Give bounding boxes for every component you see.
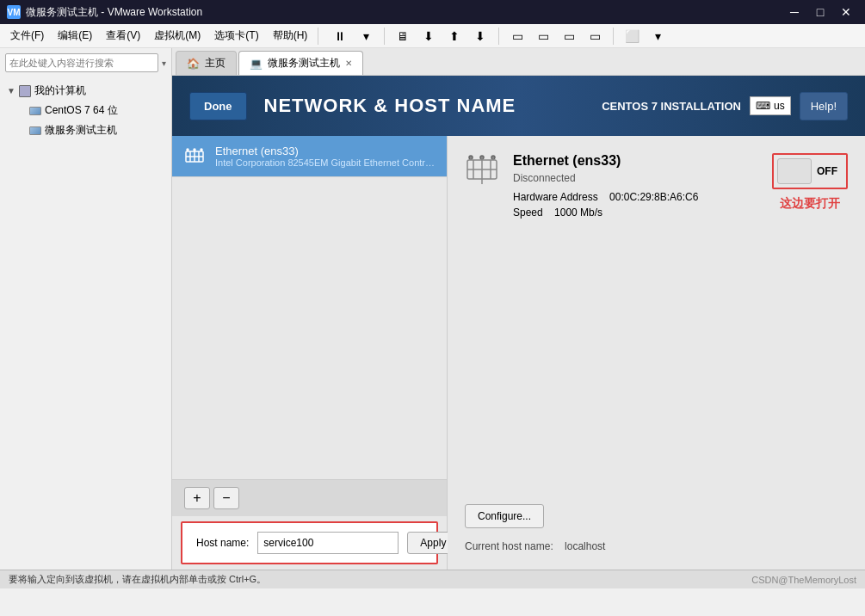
network-left-panel: Ethernet (ens33) Intel Corporation 82545… [172, 136, 448, 570]
network-header-right: CENTOS 7 INSTALLATION ⌨ us Help! [584, 83, 865, 129]
centos-label: CENTOS 7 INSTALLATION [602, 100, 741, 113]
hostname-section: Host name: Apply [181, 521, 438, 564]
toolbar-btn1[interactable]: 🖥 [392, 26, 414, 46]
toolbar-sep-4 [613, 28, 614, 45]
hostname-wrapper: Host name: Apply [172, 516, 447, 570]
menu-view[interactable]: 查看(V) [99, 25, 147, 46]
sidebar-item-centos[interactable]: CentOS 7 64 位 [0, 101, 171, 120]
micro-tab-icon: 💻 [250, 58, 263, 70]
toolbar: ⏸ ▾ 🖥 ⬇ ⬆ ⬇ ▭ ▭ ▭ ▭ ⬜ ▾ [322, 26, 676, 46]
speed-label: Speed [513, 206, 543, 219]
hostname-label: Host name: [196, 537, 249, 549]
current-hostname-value: localhost [565, 540, 605, 552]
statusbar: 要将输入定向到该虚拟机，请在虚拟机内部单击或按 Ctrl+G。 CSDN@The… [0, 570, 865, 588]
statusbar-watermark: CSDN@TheMemoryLost [751, 575, 856, 585]
minimize-button[interactable]: ─ [782, 0, 806, 24]
toolbar-btn5[interactable]: ▭ [506, 26, 528, 46]
ethernet-speed: Speed 1000 Mb/s [513, 206, 758, 219]
toolbar-btn8[interactable]: ▭ [584, 26, 606, 46]
ethernet-detail-icon [465, 153, 499, 188]
adapter-desc: Intel Corporation 82545EM Gigabit Ethern… [215, 157, 435, 168]
toolbar-btn7[interactable]: ▭ [558, 26, 580, 46]
keyboard-icon: ⌨ [756, 100, 770, 112]
toggle-area: OFF 这边要打开 [772, 153, 848, 212]
sidebar-item-label-centos: CentOS 7 64 位 [45, 103, 118, 118]
window-title: 微服务测试主机 - VMware Workstation [26, 5, 782, 20]
vm-icon-centos [29, 107, 41, 115]
toolbar-pause-btn[interactable]: ⏸ [329, 26, 351, 46]
network-header-left: Done NETWORK & HOST NAME [172, 83, 533, 129]
help-button[interactable]: Help! [800, 92, 848, 120]
done-button[interactable]: Done [189, 92, 247, 120]
network-content: Done NETWORK & HOST NAME CENTOS 7 INSTAL… [172, 76, 865, 570]
adapter-icon [184, 146, 205, 167]
hostname-input[interactable] [257, 532, 399, 554]
network-title: NETWORK & HOST NAME [264, 95, 516, 117]
maximize-button[interactable]: □ [808, 0, 832, 24]
current-hostname-row: Current host name: localhost [465, 540, 848, 552]
toolbar-sep-3 [498, 28, 499, 45]
expand-icon: ▼ [7, 86, 15, 95]
titlebar: VM 微服务测试主机 - VMware Workstation ─ □ ✕ [0, 0, 865, 24]
toolbar-sep-2 [384, 28, 385, 45]
ethernet-hw: Hardware Address 00:0C:29:8B:A6:C6 [513, 191, 758, 203]
toolbar-dropdown-btn[interactable]: ▾ [355, 26, 377, 46]
toolbar-btn4[interactable]: ⬇ [469, 26, 491, 46]
toolbar-btn6[interactable]: ▭ [532, 26, 554, 46]
detail-spacer [465, 227, 848, 496]
keyboard-lang: us [774, 100, 785, 112]
tab-home[interactable]: 🏠 主页 [176, 51, 237, 75]
bottom-bar: Configure... [465, 504, 848, 528]
adapter-item-ens33[interactable]: Ethernet (ens33) Intel Corporation 82545… [172, 136, 447, 177]
toolbar-btn3[interactable]: ⬆ [443, 26, 466, 46]
window-controls: ─ □ ✕ [782, 0, 858, 24]
menu-vm[interactable]: 虚拟机(M) [147, 25, 207, 46]
menu-file[interactable]: 文件(F) [3, 25, 51, 46]
toolbar-btn2[interactable]: ⬇ [417, 26, 440, 46]
keyboard-input[interactable]: ⌨ us [750, 96, 791, 115]
adapter-controls: + − [172, 479, 447, 516]
network-right-panel: Ethernet (ens33) Disconnected Hardware A… [448, 136, 865, 570]
ethernet-status: Disconnected [513, 172, 758, 184]
search-input[interactable] [5, 53, 158, 72]
adapter-info: Ethernet (ens33) Intel Corporation 82545… [215, 145, 435, 168]
sidebar-search-bar: ▾ [0, 48, 171, 77]
close-button[interactable]: ✕ [834, 0, 858, 24]
home-tab-icon: 🏠 [187, 58, 200, 70]
toolbar-btn9[interactable]: ⬜ [621, 26, 643, 46]
ethernet-detail-top: Ethernet (ens33) Disconnected Hardware A… [465, 153, 848, 219]
toolbar-btn10[interactable]: ▾ [646, 26, 669, 46]
remove-adapter-button[interactable]: − [213, 487, 239, 509]
ethernet-detail-info: Ethernet (ens33) Disconnected Hardware A… [513, 153, 758, 219]
menu-edit[interactable]: 编辑(E) [51, 25, 99, 46]
tab-close-icon[interactable]: ✕ [345, 59, 352, 68]
tab-home-label: 主页 [205, 56, 226, 71]
toolbar-sep-1 [318, 28, 318, 45]
app-icon: VM [7, 5, 21, 19]
computer-icon [19, 85, 31, 97]
adapter-list: Ethernet (ens33) Intel Corporation 82545… [172, 136, 447, 479]
statusbar-text: 要将输入定向到该虚拟机，请在虚拟机内部单击或按 Ctrl+G。 [9, 573, 266, 586]
speed-value: 1000 Mb/s [554, 206, 602, 219]
toggle-button[interactable] [777, 158, 812, 184]
network-header: Done NETWORK & HOST NAME CENTOS 7 INSTAL… [172, 76, 865, 136]
menu-help[interactable]: 帮助(H) [266, 25, 315, 46]
main-content-area: 🏠 主页 💻 微服务测试主机 ✕ Done NETWORK & HOST NAM… [172, 48, 865, 570]
open-hint: 这边要打开 [780, 196, 840, 212]
sidebar: ▾ ▼ 我的计算机 CentOS 7 64 位 微服务测试主机 [0, 48, 172, 570]
current-hostname-label: Current host name: [465, 540, 553, 552]
ethernet-name: Ethernet (ens33) [513, 153, 758, 169]
sidebar-item-label-micro: 微服务测试主机 [45, 123, 117, 138]
hw-label: Hardware Address [513, 191, 598, 203]
tabs-bar: 🏠 主页 💻 微服务测试主机 ✕ [172, 48, 865, 76]
menu-tabs[interactable]: 选项卡(T) [207, 25, 265, 46]
sidebar-item-mycomputer[interactable]: ▼ 我的计算机 [0, 81, 171, 101]
sidebar-item-label: 我的计算机 [34, 83, 86, 98]
add-adapter-button[interactable]: + [184, 487, 210, 509]
search-dropdown-icon[interactable]: ▾ [162, 59, 166, 68]
tab-micro-label: 微服务测试主机 [268, 56, 340, 71]
configure-button[interactable]: Configure... [465, 504, 544, 528]
sidebar-item-microservice[interactable]: 微服务测试主机 [0, 120, 171, 140]
toggle-container: OFF [772, 153, 848, 189]
tab-microservice[interactable]: 💻 微服务测试主机 ✕ [238, 51, 363, 75]
